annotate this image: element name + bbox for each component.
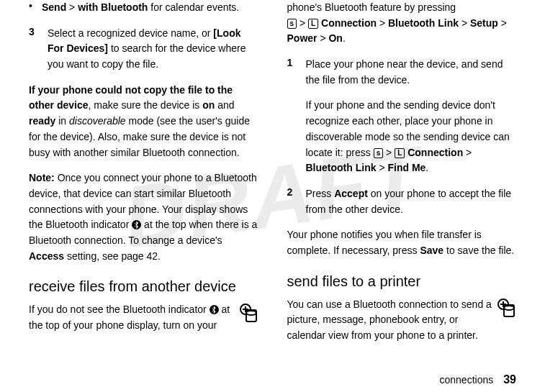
separator-gt: > xyxy=(383,147,395,158)
text-on: on xyxy=(202,99,215,111)
label-connection: Connection xyxy=(321,17,377,29)
paragraph-could-not-copy: If your phone could not copy the file to… xyxy=(29,83,258,160)
paragraph-printer-intro: You can use a Bluetooth connection to se… xyxy=(287,297,517,344)
step-number: 2 xyxy=(287,186,306,217)
text: in xyxy=(55,115,69,127)
label-send: Send xyxy=(42,1,66,13)
page-columns: • Send > with Bluetooth for calendar eve… xyxy=(0,0,545,354)
heading-receive-files: receive files from another device xyxy=(29,278,258,295)
separator-gt: > xyxy=(66,1,78,13)
text: , make sure the device is xyxy=(88,99,202,111)
step-number: 1 xyxy=(287,57,306,176)
label-accept: Accept xyxy=(334,188,368,199)
left-column: • Send > with Bluetooth for calendar eve… xyxy=(29,0,258,354)
separator-gt: > xyxy=(297,17,308,29)
step-3: 3 Select a recognized device name, or [L… xyxy=(29,26,258,73)
bullet-send-bluetooth: • Send > with Bluetooth for calendar eve… xyxy=(29,0,258,16)
key-center: s xyxy=(287,19,297,29)
separator-gt: > xyxy=(377,162,388,173)
connection-key-icon: L xyxy=(308,19,318,29)
footer-page-number: 39 xyxy=(503,373,516,386)
label-access: Access xyxy=(29,250,64,262)
label-connection: Connection xyxy=(407,147,463,158)
bluetooth-icon xyxy=(132,220,141,229)
label-with-bluetooth: with Bluetooth xyxy=(78,1,148,13)
label-bluetooth-link: Bluetooth Link xyxy=(306,162,377,173)
label-power: Power xyxy=(287,32,317,44)
text: and xyxy=(215,99,234,111)
paragraph-if-no-indicator: If you do not see the Bluetooth indicato… xyxy=(29,302,258,333)
text: for calendar events. xyxy=(148,1,239,13)
text: setting, see page 42. xyxy=(64,250,161,262)
text: to save the file. xyxy=(443,245,514,256)
bullet-dot: • xyxy=(29,0,42,16)
paragraph-turn-on-bt: phone's Bluetooth feature by pressing s … xyxy=(287,0,517,47)
feature-icon xyxy=(497,298,516,317)
right-column: phone's Bluetooth feature by pressing s … xyxy=(287,0,517,354)
label-on: On xyxy=(328,32,342,44)
label-find-me: Find Me xyxy=(387,162,425,173)
separator-gt: > xyxy=(377,17,388,29)
page-footer: connections39 xyxy=(439,373,516,386)
text: Select a recognized device name, or xyxy=(48,27,213,39)
paragraph-transfer-complete: Your phone notifies you when file transf… xyxy=(287,227,517,258)
label-bluetooth-link: Bluetooth Link xyxy=(388,17,459,29)
text: If you do not see the Bluetooth indicato… xyxy=(29,304,210,315)
step-number: 3 xyxy=(29,26,48,73)
text: You can use a Bluetooth connection to se… xyxy=(287,298,492,341)
heading-send-to-printer: send files to a printer xyxy=(287,273,517,290)
label-save: Save xyxy=(420,245,443,256)
paragraph-note: Note: Once you connect your phone to a B… xyxy=(29,170,258,264)
connection-key-icon: L xyxy=(395,148,405,158)
text: Press xyxy=(306,188,335,199)
separator-gt: > xyxy=(498,17,507,29)
step-1: 1 Place your phone near the device, and … xyxy=(287,57,517,176)
feature-icon xyxy=(240,304,258,322)
label-setup: Setup xyxy=(470,17,498,29)
text: phone's Bluetooth feature by pressing xyxy=(287,1,456,13)
separator-gt: > xyxy=(317,32,329,44)
separator-gt: > xyxy=(459,17,470,29)
text: Place your phone near the device, and se… xyxy=(306,58,503,86)
bluetooth-icon xyxy=(210,305,219,314)
footer-section: connections xyxy=(439,374,493,386)
key-center: s xyxy=(374,148,384,158)
text-ready: ready xyxy=(29,115,55,127)
text-note: Note: xyxy=(29,172,55,183)
text-discoverable: discoverable xyxy=(69,115,126,127)
step-2: 2 Press Accept on your phone to accept t… xyxy=(287,186,517,217)
separator-gt: > xyxy=(463,147,472,158)
